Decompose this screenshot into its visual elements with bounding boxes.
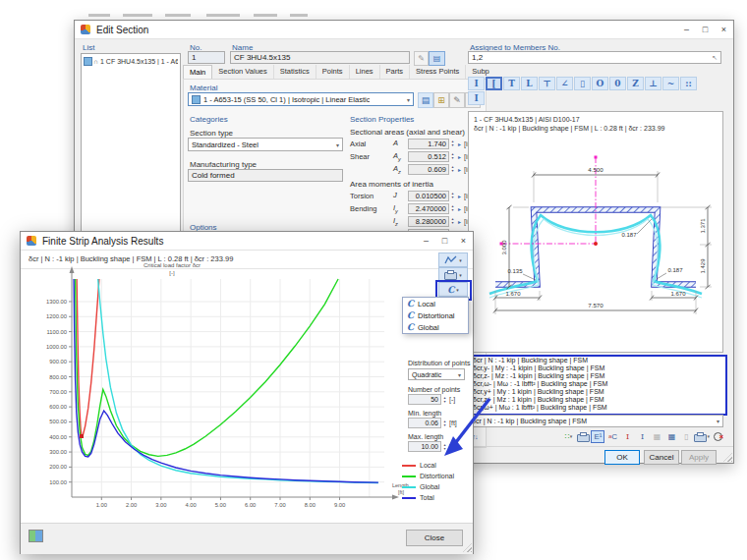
shape-i-section-button[interactable]: I bbox=[468, 91, 485, 105]
svg-text:600.00: 600.00 bbox=[49, 404, 67, 410]
value-field[interactable]: 2.470000 bbox=[408, 203, 449, 214]
property-row-torsion: Torsion J 0.010500 ▴▾ ▸ [in⁴] bbox=[350, 190, 476, 201]
zoom-reset-icon[interactable] bbox=[711, 430, 724, 443]
spinner[interactable]: ▴▾ bbox=[449, 191, 456, 201]
table-icon[interactable]: ▦ bbox=[664, 430, 678, 443]
point-display-icon[interactable]: ∷▾ bbox=[561, 430, 575, 443]
material-combobox[interactable]: 1 - A653-15 (SS 50, Cl 1) | Isotropic | … bbox=[188, 92, 414, 106]
shape-upright-tee-button[interactable]: ⊥ bbox=[645, 77, 661, 90]
value-field[interactable]: 1.740 bbox=[408, 139, 449, 149]
spinner[interactable]: ▴▾ bbox=[449, 216, 456, 227]
tab-statistics[interactable]: Statistics bbox=[274, 65, 316, 80]
name-field[interactable]: CF 3HU4.5x135 bbox=[230, 51, 410, 64]
maximize-button[interactable]: □ bbox=[696, 21, 715, 38]
svg-text:1000.00: 1000.00 bbox=[46, 344, 67, 350]
minimize-button[interactable]: – bbox=[417, 232, 435, 250]
stress-points-icon[interactable]: aC bbox=[605, 430, 619, 443]
rename-icon[interactable]: ✎ bbox=[414, 51, 429, 66]
pick-members-icon[interactable]: ↖ bbox=[712, 54, 718, 62]
result-item[interactable]: δcr | N : -1 kip | Buckling shape | FSM bbox=[470, 357, 725, 364]
resize-grip[interactable] bbox=[723, 453, 732, 462]
material-edit-icon[interactable]: ✎ bbox=[449, 92, 465, 108]
shape-points-button[interactable]: :: bbox=[680, 77, 697, 90]
printer-icon[interactable] bbox=[576, 430, 590, 443]
spinner[interactable]: ▴▾ bbox=[449, 139, 456, 149]
no-field[interactable]: 1 bbox=[188, 51, 225, 64]
section-drawing: 4.500 7.570 1.670 1.670 3.000 bbox=[472, 138, 719, 339]
centroid-point bbox=[594, 242, 598, 246]
axes-icon[interactable]: I bbox=[635, 430, 649, 443]
shape-circle-button[interactable]: O bbox=[592, 77, 608, 90]
display-settings-icon[interactable] bbox=[29, 530, 43, 542]
shape-angle2-button[interactable]: ∠ bbox=[556, 77, 573, 90]
edit-section-titlebar[interactable]: Edit Section – □ × bbox=[75, 21, 733, 39]
curve-type-button[interactable]: C ▾ bbox=[438, 282, 468, 297]
assigned-members-field[interactable]: 1,2 ↖ bbox=[468, 51, 721, 64]
tab-section-values[interactable]: Section Values bbox=[212, 65, 273, 80]
effective-section-icon[interactable]: E¹ bbox=[591, 430, 604, 443]
shape-i-beam-button[interactable]: I bbox=[468, 77, 485, 90]
result-item[interactable]: δcr,z- | Mz : -1 kipin | Buckling shape … bbox=[470, 372, 725, 380]
value-field[interactable]: 0.609 bbox=[408, 164, 449, 175]
svg-text:1200.00: 1200.00 bbox=[46, 313, 67, 319]
shape-wave-button[interactable]: ~ bbox=[662, 77, 679, 90]
shape-channel-button[interactable]: [ bbox=[486, 77, 502, 90]
result-item[interactable]: δcr,z+ | Mz : 1 kipin | Buckling shape |… bbox=[470, 396, 725, 404]
cancel-button[interactable]: Cancel bbox=[644, 450, 679, 465]
detail-arrow-icon[interactable]: ▸ bbox=[456, 193, 463, 199]
tab-stress-points[interactable]: Stress Points bbox=[410, 65, 466, 80]
minimize-button[interactable]: – bbox=[677, 21, 696, 38]
list-item[interactable]: ∩ 1 CF 3HU4.5x135 | 1 - A653-15 (SS bbox=[84, 57, 178, 66]
menu-item-distortional[interactable]: CDistortional bbox=[403, 309, 468, 321]
preview-section-id: 1 - CF 3HU4.5x135 | AISI D100-17 bbox=[474, 116, 580, 123]
shape-tee-button[interactable]: T bbox=[503, 77, 520, 90]
tab-parts[interactable]: Parts bbox=[380, 65, 411, 80]
tab-points[interactable]: Points bbox=[316, 65, 350, 80]
detail-arrow-icon[interactable]: ▸ bbox=[456, 205, 463, 212]
library-icon[interactable]: ▤ bbox=[429, 51, 445, 66]
tab-lines[interactable]: Lines bbox=[350, 65, 380, 80]
shape-zee-button[interactable]: Z bbox=[627, 77, 644, 90]
print-graphic-icon[interactable]: ▾ bbox=[694, 430, 710, 443]
dimensions-icon[interactable]: I bbox=[620, 430, 634, 443]
tab-main[interactable]: Main bbox=[183, 65, 212, 80]
shape-pipe-button[interactable]: 0 bbox=[609, 77, 626, 90]
value-field[interactable]: 0.010500 bbox=[408, 191, 449, 201]
shape-angle-button[interactable]: L bbox=[521, 77, 538, 90]
legend-item: Total bbox=[402, 492, 454, 503]
result-selection-dropdown[interactable]: δcr | N : -1 kip | Buckling shape | FSM … bbox=[468, 415, 723, 427]
svg-text:1.00: 1.00 bbox=[96, 502, 107, 508]
svg-text:500.00: 500.00 bbox=[49, 419, 67, 424]
close-icon[interactable]: × bbox=[715, 21, 733, 38]
result-item[interactable]: δcr,ω+ | Mω : 1 lbfft² | Buckling shape … bbox=[470, 404, 725, 412]
detail-arrow-icon[interactable]: ▸ bbox=[456, 153, 463, 160]
chart-options-button[interactable]: ▾ bbox=[438, 252, 468, 267]
result-item[interactable]: δcr,y+ | My : 1 kipin | Buckling shape |… bbox=[470, 388, 725, 396]
spinner[interactable]: ▴▾ bbox=[449, 164, 456, 175]
spinner[interactable]: ▴▾ bbox=[449, 151, 456, 162]
detail-arrow-icon[interactable]: ▸ bbox=[456, 218, 463, 225]
spinner[interactable]: ▴▾ bbox=[449, 203, 456, 214]
material-library-icon[interactable]: ▤ bbox=[418, 92, 433, 108]
close-button[interactable]: Close bbox=[406, 530, 463, 546]
distribution-dropdown[interactable]: Quadratic ▾ bbox=[408, 368, 465, 380]
detail-arrow-icon[interactable]: ▸ bbox=[456, 140, 463, 147]
result-item[interactable]: δcr,y- | My : -1 kipin | Buckling shape … bbox=[470, 364, 725, 372]
section-type-dropdown[interactable]: Standardized - Steel ▾ bbox=[188, 138, 343, 151]
legend-item: Distortional bbox=[402, 471, 454, 481]
fsa-titlebar[interactable]: Finite Strip Analysis Results – □ × bbox=[21, 232, 473, 251]
shape-tee-down-button[interactable]: ⊤ bbox=[539, 77, 555, 90]
shape-rect-tube-button[interactable]: ▯ bbox=[574, 77, 591, 90]
background-app-fragment bbox=[254, 14, 277, 17]
value-field[interactable]: 8.280000 bbox=[408, 216, 449, 227]
printer-icon bbox=[444, 272, 457, 280]
close-icon[interactable]: × bbox=[454, 232, 473, 250]
material-new-icon[interactable]: ⊞ bbox=[433, 92, 449, 108]
value-field[interactable]: 0.512 bbox=[408, 151, 449, 162]
maximize-button[interactable]: □ bbox=[435, 232, 454, 250]
result-item[interactable]: δcr,ω- | Mω : -1 lbfft² | Buckling shape… bbox=[470, 380, 725, 388]
ok-button[interactable]: OK bbox=[604, 450, 640, 465]
detail-arrow-icon[interactable]: ▸ bbox=[456, 166, 463, 173]
menu-item-global[interactable]: CGlobal bbox=[403, 321, 468, 333]
menu-item-local[interactable]: CLocal bbox=[403, 298, 468, 309]
